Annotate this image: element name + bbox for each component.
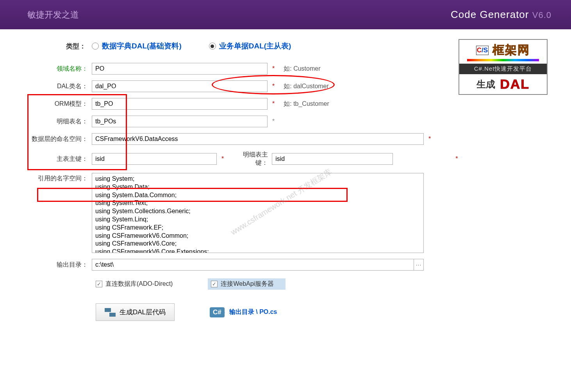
required-marker: * bbox=[455, 155, 458, 162]
optional-marker: * bbox=[272, 118, 275, 125]
header-slogan: 敏捷开发之道 bbox=[27, 9, 79, 21]
logo-cs-badge: C/S bbox=[476, 46, 489, 55]
namespace-input[interactable] bbox=[92, 133, 424, 145]
checkbox-icon: ✓ bbox=[211, 281, 218, 287]
logo-dal-label: DAL bbox=[500, 77, 530, 91]
detail-table-input[interactable] bbox=[92, 116, 268, 127]
radio-business-dal[interactable]: 业务单据DAL(主从表) bbox=[209, 41, 291, 51]
output-dir-label: 输出目录： bbox=[16, 261, 92, 269]
csharp-badge-icon: C# bbox=[210, 307, 225, 317]
required-marker: * bbox=[272, 65, 275, 72]
required-marker: * bbox=[272, 83, 275, 90]
dal-class-label: DAL类名： bbox=[16, 82, 92, 91]
checkbox-icon: ✓ bbox=[96, 281, 102, 287]
domain-name-label: 领域名称： bbox=[16, 65, 92, 73]
dal-class-hint: 如: dalCustomer bbox=[284, 82, 329, 91]
domain-name-input[interactable] bbox=[92, 63, 268, 75]
master-key-label: 主表主键： bbox=[16, 155, 92, 163]
radio-data-dict-dal[interactable]: 数据字典DAL(基础资料) bbox=[92, 41, 182, 51]
usings-label: 引用的名字空间： bbox=[16, 173, 92, 183]
master-key-input[interactable] bbox=[92, 153, 217, 165]
dal-class-input[interactable] bbox=[92, 80, 268, 92]
usings-textarea[interactable] bbox=[92, 173, 424, 253]
detail-key-input[interactable] bbox=[272, 153, 393, 165]
logo-generate-label: 生成 bbox=[476, 79, 495, 89]
required-marker: * bbox=[221, 155, 224, 162]
checkbox-webapi[interactable]: ✓ 连接WebApi服务器 bbox=[208, 278, 286, 290]
rainbow-divider-icon bbox=[467, 59, 539, 61]
domain-hint: 如: Customer bbox=[284, 65, 320, 73]
radio-icon-selected bbox=[209, 43, 216, 50]
orm-model-label: ORM模型： bbox=[16, 100, 92, 108]
browse-button[interactable]: ··· bbox=[414, 259, 424, 271]
generate-dal-button[interactable]: 生成DAL层代码 bbox=[96, 303, 175, 321]
type-label: 类型： bbox=[16, 42, 92, 51]
required-marker: * bbox=[272, 100, 275, 107]
generate-icon bbox=[105, 308, 116, 317]
header-title: Code Generator V6.0 bbox=[451, 9, 551, 21]
checkbox-ado-direct[interactable]: ✓ 直连数据库(ADO-Direct) bbox=[96, 280, 173, 288]
output-file-link[interactable]: 输出目录 \ PO.cs bbox=[229, 308, 277, 316]
logo-subtitle: C#.Net快速开发平台 bbox=[459, 64, 547, 74]
app-header: 敏捷开发之道 Code Generator V6.0 bbox=[0, 0, 571, 29]
brand-logo-panel: C/S 框架网 C#.Net快速开发平台 生成 DAL bbox=[459, 39, 548, 95]
logo-framework-text: 框架网 bbox=[492, 43, 530, 56]
detail-key-label: 明细表主键： bbox=[231, 151, 272, 167]
orm-model-hint: 如: tb_Customer bbox=[284, 100, 329, 108]
radio-icon bbox=[92, 43, 99, 50]
namespace-label: 数据层的命名空间： bbox=[16, 135, 92, 143]
required-marker: * bbox=[428, 135, 431, 143]
orm-model-input[interactable] bbox=[92, 98, 268, 110]
output-dir-input[interactable] bbox=[92, 259, 414, 271]
detail-table-label: 明细表名： bbox=[16, 118, 92, 126]
